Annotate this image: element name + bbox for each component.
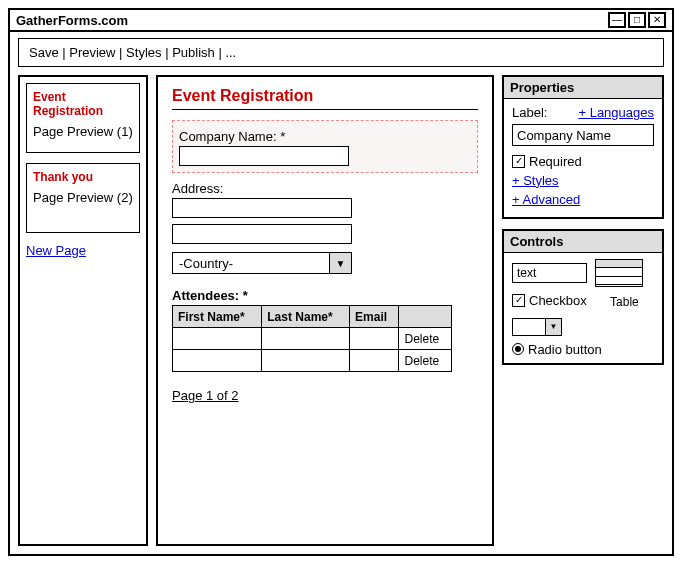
toolbar-publish[interactable]: Publish [172, 45, 215, 60]
toolbar-styles[interactable]: Styles [126, 45, 161, 60]
col-last-name: Last Name* [262, 306, 350, 328]
cell-first[interactable] [173, 350, 262, 372]
page-thumb-2-preview: Page Preview (2) [33, 190, 133, 205]
control-radio[interactable]: Radio button [512, 342, 654, 357]
control-select[interactable]: ▼ [512, 318, 562, 336]
window-title: GatherForms.com [16, 13, 128, 28]
app-window: GatherForms.com — □ ✕ Save | Preview | S… [8, 8, 674, 556]
control-table-label: Table [595, 295, 654, 309]
selected-field-company[interactable]: Company Name: * → [172, 120, 478, 173]
radio-icon [512, 343, 524, 355]
col-first-name: First Name* [173, 306, 262, 328]
cell-email[interactable] [350, 350, 399, 372]
cell-first[interactable] [173, 328, 262, 350]
control-table[interactable] [595, 259, 654, 287]
checkbox-icon: ✓ [512, 155, 525, 168]
controls-header: Controls [504, 231, 662, 253]
required-checkbox[interactable]: ✓ Required [512, 154, 582, 169]
attendees-table: First Name* Last Name* Email Delete Dele… [172, 305, 452, 372]
page-thumb-2[interactable]: Thank you Page Preview (2) [26, 163, 140, 233]
country-select[interactable]: -Country- ▼ [172, 252, 352, 274]
selection-arrow-icon: → [493, 129, 494, 147]
required-label: Required [529, 154, 582, 169]
country-select-value: -Country- [173, 256, 329, 271]
form-canvas: Event Registration Company Name: * → Add… [156, 75, 494, 546]
label-input-value: Company Name [517, 128, 611, 143]
control-text[interactable]: text [512, 263, 587, 283]
pages-sidebar: Event Registration Page Preview (1) Than… [18, 75, 148, 546]
chevron-down-icon: ▼ [545, 319, 561, 335]
table-icon [595, 259, 643, 287]
address-label: Address: [172, 181, 478, 196]
address-line2-input[interactable] [172, 224, 352, 244]
controls-panel: Controls text ✓ Checkbox Table [502, 229, 664, 365]
col-actions [399, 306, 452, 328]
close-button[interactable]: ✕ [648, 12, 666, 28]
page-thumb-2-title: Thank you [33, 170, 133, 184]
properties-header: Properties [504, 77, 662, 99]
toolbar-more[interactable]: ... [225, 45, 236, 60]
toolbar-save[interactable]: Save [29, 45, 59, 60]
maximize-button[interactable]: □ [628, 12, 646, 28]
titlebar: GatherForms.com — □ ✕ [10, 10, 672, 32]
toolbar-preview[interactable]: Preview [69, 45, 115, 60]
minimize-button[interactable]: — [608, 12, 626, 28]
toolbar: Save | Preview | Styles | Publish | ... [18, 38, 664, 67]
right-column: Properties Label: + Languages Company Na… [502, 75, 664, 546]
cell-last[interactable] [262, 328, 350, 350]
delete-button[interactable]: Delete [399, 328, 452, 350]
prop-label-text: Label: [512, 105, 547, 120]
delete-button[interactable]: Delete [399, 350, 452, 372]
languages-link[interactable]: + Languages [578, 105, 654, 120]
cell-last[interactable] [262, 350, 350, 372]
col-email: Email [350, 306, 399, 328]
properties-panel: Properties Label: + Languages Company Na… [502, 75, 664, 219]
label-input[interactable]: Company Name [512, 124, 654, 146]
attendees-label: Attendees: * [172, 288, 478, 303]
table-row: Delete [173, 350, 452, 372]
page-thumb-1-title: Event Registration [33, 90, 133, 118]
table-row: Delete [173, 328, 452, 350]
advanced-link[interactable]: + Advanced [512, 192, 654, 207]
page-thumb-1-preview: Page Preview (1) [33, 124, 133, 139]
styles-link[interactable]: + Styles [512, 173, 654, 188]
chevron-down-icon: ▼ [329, 253, 351, 273]
page-thumb-1[interactable]: Event Registration Page Preview (1) [26, 83, 140, 153]
company-input[interactable] [179, 146, 349, 166]
window-controls: — □ ✕ [608, 12, 666, 28]
new-page-link[interactable]: New Page [26, 243, 140, 258]
control-checkbox[interactable]: ✓ Checkbox [512, 293, 587, 308]
form-title: Event Registration [172, 87, 478, 105]
divider [172, 109, 478, 110]
cell-email[interactable] [350, 328, 399, 350]
page-indicator: Page 1 of 2 [172, 388, 478, 403]
address-line1-input[interactable] [172, 198, 352, 218]
company-label: Company Name: * [179, 129, 471, 144]
checkbox-icon: ✓ [512, 294, 525, 307]
